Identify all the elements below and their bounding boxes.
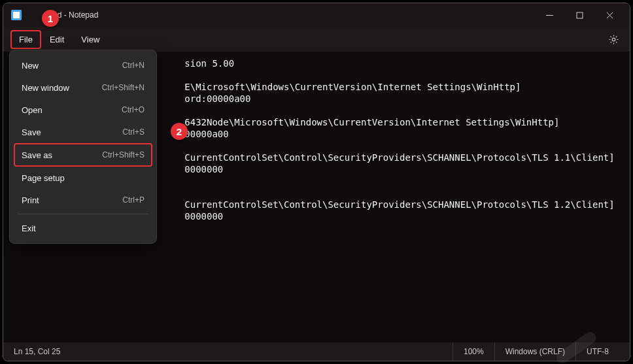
menu-item-page-setup[interactable]: Page setup [14,167,152,189]
status-cursor-position: Ln 15, Col 25 [14,342,71,361]
window-title: ed - Notepad [53,10,98,20]
svg-point-4 [612,38,615,41]
menu-file[interactable]: File [10,30,41,49]
menu-item-new[interactable]: New Ctrl+N [14,54,152,76]
menu-label: Open [22,105,43,115]
menu-label: Print [22,195,39,205]
menu-bar: File Edit View [3,27,630,52]
menu-item-print[interactable]: Print Ctrl+P [14,189,152,211]
status-line-ending: Windows (CRLF) [494,342,575,361]
menu-shortcut: Ctrl+O [122,105,145,114]
menu-label: Page setup [22,173,65,183]
maximize-button[interactable] [564,3,594,27]
annotation-badge-2: 2 [171,123,188,140]
status-encoding: UTF-8 [575,342,619,361]
app-icon [11,10,22,20]
gear-icon [608,34,619,45]
menu-item-save-as[interactable]: Save as Ctrl+Shift+S [14,143,152,167]
menu-item-open[interactable]: Open Ctrl+O [14,99,152,121]
status-bar: Ln 15, Col 25 100% Windows (CRLF) UTF-8 [3,342,630,361]
close-button[interactable] [594,3,624,27]
menu-item-save[interactable]: Save Ctrl+S [14,121,152,143]
menu-shortcut: Ctrl+S [122,127,145,137]
menu-shortcut: Ctrl+Shift+N [102,83,145,92]
menu-label: New window [22,83,69,93]
annotation-badge-1: 1 [42,10,59,27]
settings-button[interactable] [601,27,626,52]
menu-label: Save [22,127,41,137]
svg-rect-1 [577,12,583,18]
minimize-button[interactable] [534,3,564,27]
menu-separator [18,214,148,214]
title-bar[interactable]: ed - Notepad [3,3,630,27]
menu-label: Save as [22,150,52,160]
menu-shortcut: Ctrl+Shift+S [102,150,145,159]
menu-shortcut: Ctrl+P [122,195,145,205]
menu-view[interactable]: View [73,30,108,49]
menu-shortcut: Ctrl+N [122,61,145,70]
menu-label: Exit [22,223,36,233]
menu-label: New [22,61,39,71]
status-zoom[interactable]: 100% [453,342,494,361]
menu-item-exit[interactable]: Exit [14,217,152,239]
file-menu-dropdown: New Ctrl+N New window Ctrl+Shift+N Open … [9,50,157,244]
menu-item-new-window[interactable]: New window Ctrl+Shift+N [14,76,152,99]
menu-edit[interactable]: Edit [41,30,73,49]
